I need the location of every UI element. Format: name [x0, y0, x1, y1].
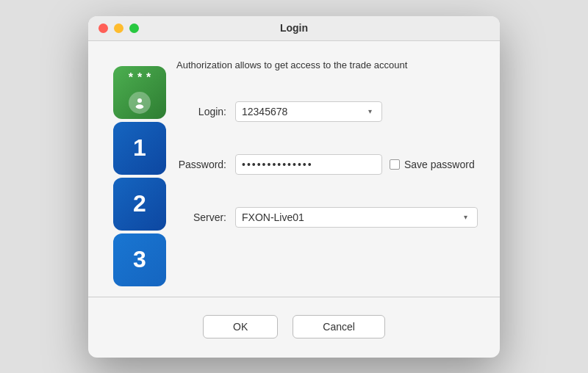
login-controls: 12345678 ▾: [235, 101, 478, 122]
login-dropdown[interactable]: 12345678 ▾: [235, 101, 382, 122]
asterisks-row: * * *: [129, 71, 151, 84]
server-row: Server: FXON-Live01 ▾: [176, 191, 478, 244]
svg-point-1: [136, 104, 144, 109]
save-password-checkbox[interactable]: [390, 159, 400, 170]
password-input[interactable]: [235, 154, 382, 175]
server-dropdown-arrow: ▾: [459, 211, 471, 223]
window-controls: [98, 23, 139, 33]
left-blocks: * * * 1 2: [110, 66, 169, 289]
dialog-content: * * * 1 2: [88, 41, 500, 358]
password-row: Password: Save password: [176, 138, 478, 191]
footer: OK Cancel: [110, 305, 478, 343]
server-label: Server:: [176, 211, 235, 223]
login-label: Login:: [176, 106, 235, 117]
save-password-group: Save password: [390, 159, 475, 170]
password-controls: Save password: [235, 154, 478, 175]
asterisk-2: *: [137, 71, 142, 84]
minimize-button[interactable]: [114, 23, 123, 33]
step-1-block: 1: [113, 122, 166, 175]
login-dropdown-arrow: ▾: [364, 106, 376, 117]
title-bar: Login: [88, 16, 500, 41]
form-rows: Login: 12345678 ▾ Password:: [176, 85, 478, 244]
server-dropdown[interactable]: FXON-Live01 ▾: [235, 207, 478, 228]
asterisk-3: *: [146, 71, 151, 84]
step-2-block: 2: [113, 178, 166, 231]
server-controls: FXON-Live01 ▾: [235, 207, 478, 228]
cancel-button[interactable]: Cancel: [293, 315, 385, 338]
step-1-number: 1: [133, 134, 146, 162]
save-password-label: Save password: [404, 159, 475, 170]
form-area: Authorization allows to get access to th…: [169, 59, 478, 289]
step-2-number: 2: [133, 190, 146, 217]
green-icon-block: * * *: [113, 66, 166, 119]
svg-point-0: [137, 98, 142, 103]
ok-button[interactable]: OK: [203, 315, 278, 338]
step-3-number: 3: [133, 246, 146, 273]
dialog-title: Login: [280, 22, 308, 34]
server-value: FXON-Live01: [242, 211, 459, 223]
divider: [88, 297, 500, 297]
maximize-button[interactable]: [129, 23, 139, 33]
login-row: Login: 12345678 ▾: [176, 85, 478, 138]
close-button[interactable]: [98, 23, 108, 33]
login-value: 12345678: [242, 106, 364, 117]
person-icon: [129, 92, 151, 114]
description-text: Authorization allows to get access to th…: [176, 59, 478, 72]
asterisk-1: *: [129, 71, 133, 84]
password-label: Password:: [176, 159, 235, 170]
login-dialog: Login * * *: [88, 16, 500, 358]
main-area: * * * 1 2: [110, 59, 478, 289]
step-3-block: 3: [113, 233, 166, 286]
